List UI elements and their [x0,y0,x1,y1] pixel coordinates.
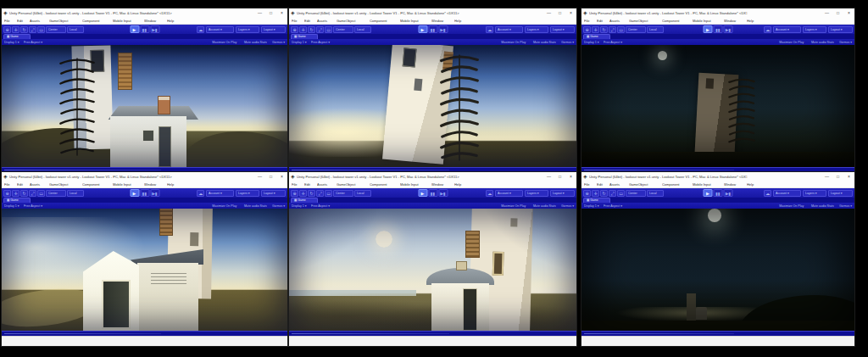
menu-edit[interactable]: Edit [17,183,23,187]
menu-edit[interactable]: Edit [304,20,310,23]
menu-file[interactable]: File [4,183,9,187]
menu-component[interactable]: Component [82,183,99,187]
cloud-icon[interactable]: ☁ [764,26,771,33]
layout-dropdown[interactable]: Layout ▾ [261,190,286,197]
display-dropdown[interactable]: Display 1 ▾ [584,40,599,43]
cloud-icon[interactable]: ☁ [764,190,771,197]
stats-toggle[interactable]: Stats [549,204,556,208]
account-dropdown[interactable]: Account ▾ [495,26,522,33]
layout-dropdown[interactable]: Layout ▾ [261,26,286,33]
play-button[interactable]: ▶ [130,189,139,197]
step-button[interactable]: ▶▮ [150,189,159,197]
minimize-button[interactable]: — [821,8,832,18]
cloud-icon[interactable]: ☁ [197,190,204,197]
play-button[interactable]: ▶ [418,25,427,33]
hand-tool-icon[interactable]: ⊕ [3,26,11,33]
menu-component[interactable]: Component [662,183,679,187]
step-button[interactable]: ▶▮ [724,25,733,33]
account-dropdown[interactable]: Account ▾ [773,190,800,197]
rect-tool-icon[interactable]: ▭ [617,190,625,197]
scale-tool-icon[interactable]: ⤢ [609,26,616,33]
display-dropdown[interactable]: Display 1 ▾ [292,40,307,43]
move-tool-icon[interactable]: ✛ [592,26,599,33]
menu-window[interactable]: Window [431,183,443,187]
hand-tool-icon[interactable]: ⊕ [291,26,298,33]
move-tool-icon[interactable]: ✛ [299,26,307,33]
menu-mobile-input[interactable]: Mobile Input [113,20,131,23]
rotate-tool-icon[interactable]: ↻ [20,26,28,33]
menu-file[interactable]: File [292,183,297,187]
menu-assets[interactable]: Assets [317,20,327,23]
account-dropdown[interactable]: Account ▾ [773,26,800,33]
pivot-toggle[interactable]: Center [626,26,646,33]
pause-button[interactable]: ▮▮ [714,25,723,33]
status-bar[interactable] [289,331,576,336]
menu-mobile-input[interactable]: Mobile Input [693,183,711,187]
gizmos-dropdown[interactable]: Gizmos ▾ [272,204,285,207]
pause-button[interactable]: ▮▮ [140,189,149,197]
rect-tool-icon[interactable]: ▭ [325,26,332,33]
pivot-toggle[interactable]: Center [333,26,353,33]
maximize-on-play-toggle[interactable]: Maximize On Play [502,204,526,208]
account-dropdown[interactable]: Account ▾ [206,190,233,197]
menu-help[interactable]: Help [747,183,754,187]
maximize-on-play-toggle[interactable]: Maximize On Play [502,41,526,44]
stats-toggle[interactable]: Stats [549,41,556,44]
layout-dropdown[interactable]: Layout ▾ [828,26,853,33]
menu-file[interactable]: File [292,20,297,23]
menu-window[interactable]: Window [724,183,736,187]
rotate-tool-icon[interactable]: ↻ [308,190,315,197]
play-button[interactable]: ▶ [130,25,139,33]
scale-tool-icon[interactable]: ⤢ [316,190,324,197]
menu-assets[interactable]: Assets [609,20,620,23]
minimize-button[interactable]: — [821,172,832,181]
space-toggle[interactable]: Local [647,190,664,197]
display-dropdown[interactable]: Display 1 ▾ [292,204,307,207]
minimize-button[interactable]: — [543,172,554,181]
menu-window[interactable]: Window [144,20,156,23]
layout-dropdown[interactable]: Layout ▾ [828,190,853,197]
maximize-on-play-toggle[interactable]: Maximize On Play [780,41,804,44]
space-toggle[interactable]: Local [647,26,664,33]
gizmos-dropdown[interactable]: Gizmos ▾ [839,204,852,207]
game-viewport[interactable] [2,209,287,331]
scale-tool-icon[interactable]: ⤢ [609,190,616,197]
stats-toggle[interactable]: Stats [260,204,267,208]
rect-tool-icon[interactable]: ▭ [325,190,332,197]
menu-file[interactable]: File [584,20,589,23]
cloud-icon[interactable]: ☁ [486,190,493,197]
menu-assets[interactable]: Assets [30,183,40,187]
pivot-toggle[interactable]: Center [46,26,66,33]
rect-tool-icon[interactable]: ▭ [37,26,45,33]
stats-toggle[interactable]: Stats [827,204,834,208]
menu-edit[interactable]: Edit [304,183,310,187]
gizmos-dropdown[interactable]: Gizmos ▾ [839,40,852,43]
space-toggle[interactable]: Local [67,190,84,197]
stats-toggle[interactable]: Stats [827,41,834,44]
play-button[interactable]: ▶ [704,25,713,33]
layers-dropdown[interactable]: Layers ▾ [803,190,827,197]
menu-component[interactable]: Component [370,20,387,23]
hand-tool-icon[interactable]: ⊕ [291,190,298,197]
maximize-button[interactable]: □ [265,172,276,181]
move-tool-icon[interactable]: ✛ [12,26,19,33]
menu-gameobject[interactable]: GameObject [49,20,68,23]
close-button[interactable]: × [276,8,287,18]
layout-dropdown[interactable]: Layout ▾ [550,26,575,33]
mute-audio-toggle[interactable]: Mute audio [810,204,826,208]
pivot-toggle[interactable]: Center [333,190,353,197]
play-button[interactable]: ▶ [418,189,427,197]
tab-game[interactable]: ▦ Game [291,34,318,39]
menu-mobile-input[interactable]: Mobile Input [113,183,131,187]
maximize-button[interactable]: □ [554,172,565,181]
rect-tool-icon[interactable]: ▭ [37,190,45,197]
stats-toggle[interactable]: Stats [260,41,267,44]
layers-dropdown[interactable]: Layers ▾ [525,26,549,33]
layers-dropdown[interactable]: Layers ▾ [236,26,260,33]
aspect-dropdown[interactable]: Free Aspect ▾ [311,40,330,43]
menu-mobile-input[interactable]: Mobile Input [400,20,419,23]
space-toggle[interactable]: Local [354,26,371,33]
menu-help[interactable]: Help [167,183,174,187]
minimize-button[interactable]: — [254,172,265,181]
layers-dropdown[interactable]: Layers ▾ [236,190,260,197]
